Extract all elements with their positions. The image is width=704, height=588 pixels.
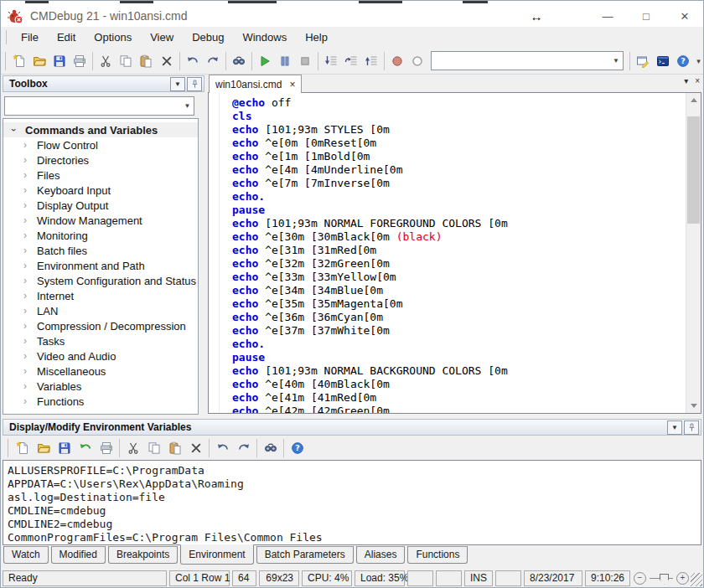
tree-item-window-management[interactable]: ›Window Management (3, 213, 198, 228)
env-find-button[interactable] (260, 438, 281, 458)
tree-item-miscellaneous[interactable]: ›Miscellaneous (3, 364, 198, 379)
switch-windows-icon[interactable]: ↔ (520, 5, 553, 27)
command-input[interactable] (432, 54, 609, 67)
chevron-right-icon[interactable]: › (23, 245, 37, 256)
toolbox-menu-chevron-icon[interactable]: ▼ (170, 77, 185, 91)
zoom-thumb[interactable] (660, 574, 669, 585)
scroll-up-arrow-icon[interactable] (686, 93, 701, 107)
tree-item-lan[interactable]: ›LAN (3, 303, 198, 318)
print-button[interactable] (70, 51, 90, 71)
tab-batch-parameters[interactable]: Batch Parameters (256, 546, 354, 564)
chevron-right-icon[interactable]: › (23, 139, 37, 151)
chevron-right-icon[interactable]: › (23, 395, 37, 407)
cut-button[interactable] (96, 51, 116, 71)
tree-item-display-output[interactable]: ›Display Output (3, 198, 198, 213)
chevron-right-icon[interactable]: › (23, 214, 37, 226)
save-file-button[interactable] (49, 51, 70, 71)
copy-button[interactable] (116, 51, 136, 71)
tree-item-directories[interactable]: ›Directories (3, 152, 198, 168)
env-copy-button[interactable] (143, 438, 164, 458)
menu-item-edit[interactable]: Edit (48, 28, 85, 46)
zoom-slider[interactable]: − + (634, 572, 689, 585)
tree-item-commands-and-variables[interactable]: › Commands and Variables (3, 122, 198, 137)
tree-item-batch-files[interactable]: ›Batch files (3, 243, 198, 258)
env-open-button[interactable] (33, 438, 54, 458)
chevron-right-icon[interactable]: › (23, 290, 37, 302)
open-file-button[interactable] (29, 51, 49, 71)
scroll-down-arrow-icon[interactable] (686, 399, 701, 413)
tree-item-environment-and-path[interactable]: ›Environment and Path (3, 258, 198, 273)
env-undo-button[interactable] (212, 438, 233, 458)
toolbox-pin-icon[interactable] (187, 77, 202, 91)
tree-item-tasks[interactable]: ›Tasks (3, 333, 198, 348)
undo-button[interactable] (183, 51, 203, 71)
panel-pin-icon[interactable] (684, 420, 699, 435)
zoom-out-icon[interactable]: − (634, 572, 646, 585)
toolbox-combobox[interactable]: ▼ (4, 96, 194, 116)
step-into-button[interactable] (321, 51, 341, 71)
tree-item-compression-decompression[interactable]: ›Compression / Decompression (3, 318, 198, 333)
chevron-right-icon[interactable]: › (23, 275, 37, 286)
tree-item-video-and-audio[interactable]: ›Video and Audio (3, 348, 198, 364)
tree-item-keyboard-input[interactable]: ›Keyboard Input (3, 183, 198, 198)
pause-button[interactable] (275, 51, 295, 71)
env-print-button[interactable] (96, 438, 116, 458)
menu-item-windows[interactable]: Windows (233, 28, 296, 46)
menu-item-file[interactable]: File (12, 28, 48, 46)
env-save-button[interactable] (54, 438, 75, 458)
env-delete-button[interactable] (185, 438, 206, 458)
minimize-button[interactable]: — (588, 5, 627, 27)
chevron-right-icon[interactable]: › (23, 184, 37, 196)
close-button[interactable]: ✕ (665, 5, 704, 27)
chevron-expanded-icon[interactable]: › (9, 119, 19, 141)
menu-item-help[interactable]: Help (296, 28, 337, 46)
chevron-right-icon[interactable]: › (23, 365, 37, 377)
tree-item-system-configuration-and-status[interactable]: ›System Configuration and Status (3, 273, 198, 288)
menu-item-debug[interactable]: Debug (183, 28, 233, 46)
stop-button[interactable] (295, 51, 315, 71)
environment-variables-editor[interactable]: ALLUSERSPROFILE=C:\ProgramDataAPPDATA=C:… (3, 460, 701, 545)
env-redo-button[interactable] (233, 438, 254, 458)
tab-watch[interactable]: Watch (3, 546, 49, 564)
chevron-down-icon[interactable]: ▼ (610, 52, 623, 70)
toggle-breakpoint-button[interactable] (387, 51, 407, 71)
tab-modified[interactable]: Modified (51, 546, 106, 564)
tab-breakpoints[interactable]: Breakpoints (108, 546, 178, 564)
chevron-right-icon[interactable]: › (23, 260, 37, 271)
tree-item-variables[interactable]: ›Variables (3, 379, 198, 394)
chevron-down-icon[interactable]: ▼ (181, 97, 194, 115)
tree-item-functions[interactable]: ›Functions (3, 394, 198, 409)
tree-item-monitoring[interactable]: ›Monitoring (3, 228, 198, 243)
menu-item-view[interactable]: View (141, 28, 183, 46)
tree-item-internet[interactable]: ›Internet (3, 288, 198, 303)
help-button[interactable] (673, 51, 693, 71)
options-button[interactable] (632, 51, 652, 71)
redo-button[interactable] (203, 51, 223, 71)
env-help-button[interactable] (287, 438, 308, 458)
chevron-right-icon[interactable]: › (23, 350, 37, 362)
chevron-right-icon[interactable]: › (23, 305, 37, 317)
resize-grip[interactable] (691, 573, 702, 586)
menu-item-options[interactable]: Options (85, 28, 141, 46)
toolbox-tree[interactable]: › Commands and Variables ›Flow Control›D… (3, 118, 199, 415)
paste-button[interactable] (136, 51, 156, 71)
chevron-right-icon[interactable]: › (23, 154, 37, 166)
clear-breakpoints-button[interactable] (407, 51, 427, 71)
chevron-right-icon[interactable]: › (23, 230, 37, 241)
editor-vertical-scrollbar[interactable] (686, 93, 701, 413)
command-prompt-button[interactable] (653, 51, 673, 71)
env-paste-button[interactable] (164, 438, 185, 458)
chevron-right-icon[interactable]: › (23, 320, 37, 332)
chevron-right-icon[interactable]: › (23, 169, 37, 181)
tab-win10ansi[interactable]: win10ansi.cmd × (209, 75, 302, 93)
zoom-track[interactable] (650, 578, 673, 579)
code-editor[interactable]: @echo offclsecho [101;93m STYLES [0mecho… (208, 92, 701, 414)
delete-button[interactable] (156, 51, 176, 71)
chevron-right-icon[interactable]: › (23, 335, 37, 347)
tab-functions[interactable]: Functions (407, 546, 468, 564)
tab-bar-close-icon[interactable]: × (695, 76, 700, 85)
scrollbar-thumb[interactable] (687, 116, 700, 224)
tab-environment[interactable]: Environment (180, 544, 253, 565)
tab-aliases[interactable]: Aliases (356, 546, 406, 564)
maximize-button[interactable]: □ (627, 5, 665, 27)
